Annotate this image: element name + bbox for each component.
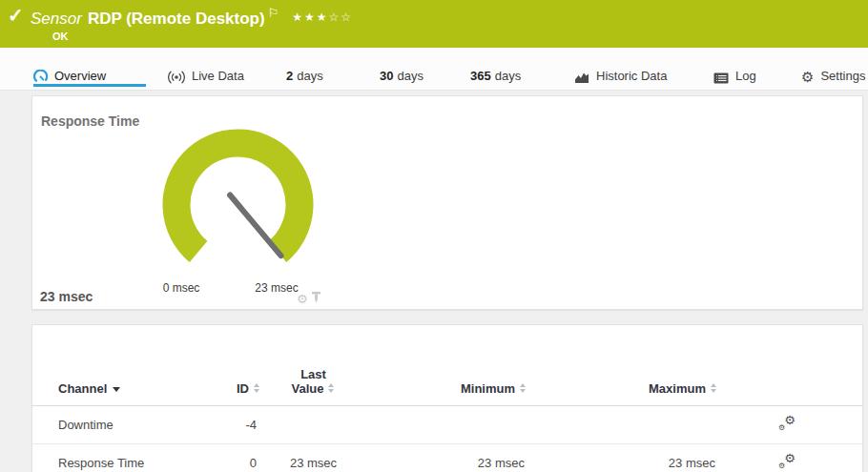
tab-overview[interactable]: Overview: [33, 48, 146, 89]
sort-icon: [328, 383, 335, 393]
gauge-min-label: 0 msec: [151, 281, 212, 295]
priority-flag-icon[interactable]: ⚐: [268, 6, 279, 20]
sensor-title-line: SensorRDP (Remote Desktop)⚐★★★☆☆: [31, 6, 353, 29]
priority-stars[interactable]: ★★★☆☆: [292, 10, 353, 24]
channel-settings-gears-icon[interactable]: ⚙⚙: [778, 416, 796, 431]
tab-number: 365: [470, 69, 491, 83]
table-row-response-time[interactable]: Response Time 0 23 msec 23 msec 23 msec …: [32, 444, 862, 472]
sort-icon: [520, 383, 527, 393]
sort-caret-icon: [113, 387, 120, 392]
channel-actions-cell: ⚙⚙: [731, 444, 862, 472]
tab-label: days: [495, 69, 521, 83]
live-data-icon: [168, 71, 185, 84]
column-header-last-value[interactable]: Last Value: [268, 325, 359, 406]
tab-365-days[interactable]: 365 days: [470, 48, 521, 89]
column-header-actions: [731, 325, 862, 406]
log-list-icon: [713, 72, 729, 84]
channel-table: Channel ID Last Value Minimum Maximum Do…: [32, 325, 862, 472]
status-ok-check-icon: ✓: [8, 4, 24, 27]
widget-settings-gear-icon[interactable]: ⚙: [297, 293, 308, 305]
tab-label: Overview: [54, 69, 106, 83]
sort-icon: [254, 383, 260, 393]
status-badge: OK: [52, 31, 69, 42]
tab-log[interactable]: Log: [713, 48, 756, 89]
channel-table-panel: Channel ID Last Value Minimum Maximum Do…: [31, 324, 863, 472]
minimum-cell: 23 msec: [359, 444, 540, 472]
tab-label: days: [397, 69, 423, 83]
tab-30-days[interactable]: 30 days: [380, 48, 424, 89]
tab-number: 30: [380, 69, 393, 83]
column-header-id[interactable]: ID: [209, 325, 268, 406]
column-header-maximum[interactable]: Maximum: [540, 325, 731, 406]
gauge-icon: [33, 70, 48, 84]
sensor-name: RDP (Remote Desktop): [88, 10, 265, 28]
tab-number: 2: [286, 69, 293, 83]
maximum-cell: [540, 406, 731, 444]
tab-historic-data[interactable]: Historic Data: [574, 48, 667, 89]
widget-tools: ⚙: [297, 290, 321, 307]
minimum-cell: [359, 406, 540, 444]
tab-2-days[interactable]: 2 days: [286, 48, 323, 89]
tab-label: Log: [735, 69, 756, 83]
table-row-downtime[interactable]: Downtime -4 ⚙⚙: [32, 406, 862, 444]
last-value-cell: [268, 406, 359, 444]
maximum-cell: 23 msec: [540, 444, 731, 472]
last-value-cell: 23 msec: [268, 444, 359, 472]
object-type-label: Sensor: [31, 10, 82, 28]
tab-label: Live Data: [192, 69, 244, 83]
sensor-header: ✓ SensorRDP (Remote Desktop)⚐★★★☆☆ OK: [0, 0, 868, 48]
channel-id-cell: 0: [209, 444, 268, 472]
pin-icon[interactable]: [311, 290, 321, 307]
gauge-needle: [230, 195, 280, 257]
historic-chart-icon: [574, 72, 589, 84]
table-header-row: Channel ID Last Value Minimum Maximum: [32, 325, 862, 406]
tab-bar: Overview Live Data 2 days 30 days 365 da…: [0, 48, 868, 91]
channel-name-cell[interactable]: Downtime: [32, 406, 209, 444]
gear-icon: ⚙: [801, 71, 814, 84]
column-header-minimum[interactable]: Minimum: [359, 325, 540, 406]
tab-settings[interactable]: ⚙ Settings: [801, 48, 865, 89]
channel-actions-cell: ⚙⚙: [731, 406, 862, 444]
channel-id-cell: -4: [209, 406, 268, 444]
response-time-widget: Response Time 0 msec 23 msec 23 msec ⚙: [31, 95, 863, 310]
tab-label: days: [297, 69, 322, 83]
column-header-channel[interactable]: Channel: [32, 325, 209, 406]
prtg-sensor-page: ✓ SensorRDP (Remote Desktop)⚐★★★☆☆ OK Ov…: [0, 0, 868, 472]
tab-label: Settings: [820, 69, 865, 83]
current-value-label: 23 msec: [40, 289, 93, 304]
channel-name-cell[interactable]: Response Time: [32, 444, 209, 472]
channel-settings-gears-icon[interactable]: ⚙⚙: [778, 454, 796, 469]
widget-title: Response Time: [41, 113, 139, 129]
tab-label: Historic Data: [596, 69, 667, 83]
sort-icon: [711, 383, 717, 393]
tab-live-data[interactable]: Live Data: [168, 48, 244, 89]
